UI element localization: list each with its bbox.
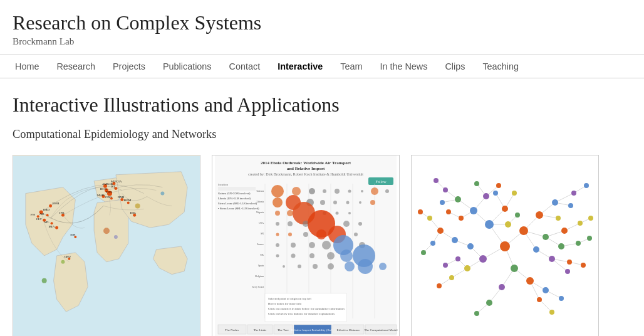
svg-text:The Tree: The Tree (278, 328, 289, 332)
gallery-item-map[interactable]: ORD EWR FW CLT ATL AH MIA JFK GR (13, 155, 200, 336)
svg-text:MUC3A: MUC3A (111, 180, 122, 183)
svg-point-83 (385, 189, 389, 193)
svg-point-118 (309, 253, 314, 258)
section-subtitle: Computational Epidemiology and Networks (13, 128, 631, 141)
svg-point-103 (358, 222, 362, 226)
svg-point-225 (558, 243, 564, 249)
svg-point-246 (567, 260, 572, 265)
svg-point-237 (443, 187, 448, 192)
svg-text:• Sierra Leone (SRL-LUR involv: • Sierra Leone (SRL-LUR involved) (218, 207, 259, 210)
nav-item: Research (48, 55, 104, 78)
svg-text:The Links: The Links (254, 328, 266, 332)
svg-text:Selected point of origin on to: Selected point of origin on top left (268, 297, 311, 300)
svg-rect-54 (218, 187, 256, 191)
svg-text:Click on below row buttons for: Click on below row buttons for detailed … (268, 312, 335, 315)
svg-point-247 (565, 269, 570, 274)
gallery-item-ebola[interactable]: 2014 Ebola Outbreak: Worldwide Air Trans… (212, 155, 400, 336)
svg-point-104 (276, 233, 279, 236)
svg-point-109 (354, 233, 358, 236)
svg-point-216 (499, 284, 505, 290)
svg-text:Liberia: Liberia (256, 200, 264, 203)
svg-point-46 (160, 192, 164, 196)
nav-link-clips[interactable]: Clips (436, 55, 474, 78)
svg-text:MAD: MAD (97, 194, 105, 197)
nav-item: Projects (104, 55, 154, 78)
svg-point-243 (568, 203, 573, 208)
nav-link-publications[interactable]: Publications (154, 55, 221, 78)
svg-point-234 (515, 213, 520, 218)
svg-point-232 (452, 237, 458, 243)
site-subtitle: Brockmann Lab (13, 36, 631, 47)
nav-item: In the News (371, 55, 436, 78)
nav-item: Publications (154, 55, 221, 78)
svg-point-119 (327, 252, 335, 260)
svg-point-257 (434, 178, 439, 183)
svg-point-204 (500, 241, 510, 251)
svg-text:MIA: MIA (49, 225, 55, 228)
svg-text:USA: USA (259, 221, 264, 224)
svg-text:The Nodes: The Nodes (225, 328, 239, 332)
nav-link-team[interactable]: Team (331, 55, 371, 78)
svg-point-205 (485, 220, 494, 229)
svg-point-209 (470, 207, 477, 214)
svg-point-255 (421, 250, 426, 255)
gallery-item-network[interactable] (411, 155, 599, 336)
svg-text:The Computational Model: The Computational Model (364, 328, 398, 332)
svg-point-97 (348, 212, 351, 214)
svg-point-212 (536, 211, 543, 219)
nav-link-in-the-news[interactable]: In the News (371, 55, 436, 78)
nav-item: Contact (221, 55, 269, 78)
svg-point-13 (55, 226, 58, 229)
svg-text:JFK: JFK (60, 211, 65, 214)
svg-point-11 (46, 214, 49, 216)
svg-point-249 (549, 310, 554, 315)
svg-point-112 (309, 242, 315, 248)
svg-point-128 (379, 263, 387, 270)
nav-item: Teaching (474, 55, 527, 78)
svg-point-113 (322, 241, 331, 249)
nav-link-research[interactable]: Research (48, 55, 104, 78)
svg-point-80 (348, 190, 351, 193)
svg-point-91 (370, 200, 375, 205)
nav-link-projects[interactable]: Projects (104, 55, 154, 78)
svg-text:CLT: CLT (36, 218, 42, 221)
svg-text:Spain: Spain (258, 264, 264, 267)
svg-text:BOM: BOM (124, 199, 132, 202)
svg-point-227 (543, 287, 549, 293)
svg-point-41 (42, 278, 47, 283)
svg-point-260 (587, 236, 592, 241)
svg-text:Nigeria: Nigeria (256, 211, 264, 214)
svg-point-110 (276, 243, 279, 247)
nav-item: Team (331, 55, 371, 78)
svg-point-248 (559, 296, 564, 301)
nav-item: Clips (436, 55, 474, 78)
svg-point-116 (276, 255, 279, 258)
svg-text:Hover nodes for more info: Hover nodes for more info (268, 302, 302, 305)
svg-text:Relative Import Probability (R: Relative Import Probability (RoR) (291, 328, 335, 332)
svg-point-223 (556, 216, 561, 221)
page-title: Interactive Illustrations and Applicatio… (13, 93, 631, 117)
site-title: Research on Complex Systems (13, 11, 631, 34)
nav-link-contact[interactable]: Contact (221, 55, 269, 78)
svg-point-77 (309, 188, 315, 194)
svg-point-250 (474, 311, 479, 316)
nav-link-home[interactable]: Home (6, 55, 48, 78)
svg-point-220 (459, 216, 464, 221)
nav-link-interactive[interactable]: Interactive (269, 55, 331, 78)
svg-point-82 (371, 187, 378, 195)
svg-point-3 (49, 204, 52, 207)
svg-text:Belgium: Belgium (255, 275, 264, 278)
svg-text:CDG: CDG (105, 196, 112, 199)
svg-point-241 (496, 183, 501, 188)
svg-text:FCD: FCD (106, 191, 112, 194)
svg-point-90 (359, 201, 361, 204)
nav-link-teaching[interactable]: Teaching (474, 55, 527, 78)
main-nav: HomeResearchProjectsPublicationsContactI… (0, 55, 644, 78)
svg-point-102 (343, 221, 350, 227)
svg-point-106 (303, 232, 308, 237)
svg-point-206 (519, 226, 528, 235)
svg-text:location: location (218, 183, 229, 186)
svg-text:GRU: GRU (64, 255, 71, 258)
svg-point-240 (474, 181, 479, 186)
svg-point-75 (271, 185, 284, 197)
